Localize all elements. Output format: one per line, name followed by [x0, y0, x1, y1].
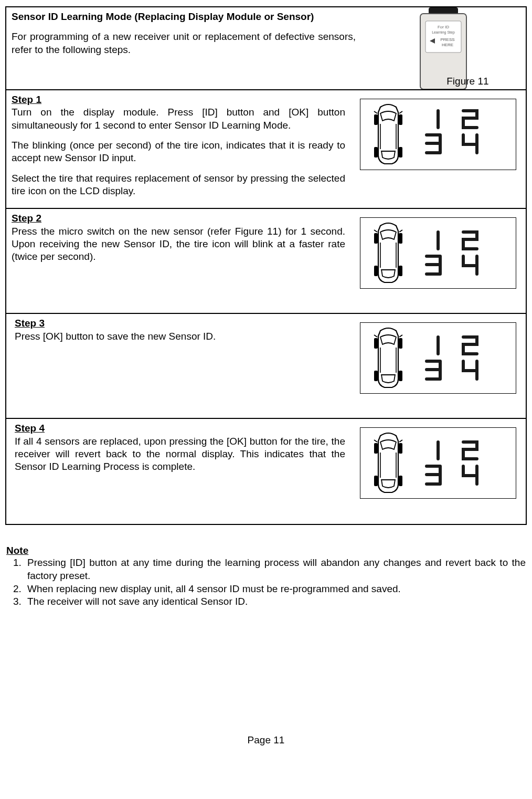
step-1-display	[350, 90, 526, 208]
note-title: Note	[6, 545, 28, 556]
car-icon	[370, 103, 407, 166]
intro-text: Sensor ID Learning Mode (Replacing Displ…	[6, 7, 361, 89]
lcd-digits	[422, 334, 496, 382]
car-icon	[370, 222, 407, 285]
step-4-display	[350, 419, 526, 524]
step-4-para-1: If all 4 sensors are replaced, upon pres…	[15, 436, 345, 472]
step-1-para-3: Select the tire that requires replacemen…	[12, 172, 345, 198]
figure-11-cell: Figure 11	[361, 7, 526, 89]
car-icon	[370, 432, 407, 495]
lcd-digits	[422, 108, 496, 161]
step-1-title: Step 1	[12, 94, 41, 105]
lcd-display	[360, 427, 516, 499]
step-4-title: Step 4	[15, 423, 45, 434]
note-list: Pressing [ID] button at any time during …	[6, 556, 526, 608]
step-3-display	[350, 314, 526, 418]
step-1-para-2: The blinking (once per second) of the ti…	[12, 139, 345, 165]
step-2-title: Step 2	[12, 213, 41, 224]
step-2-row: Step 2 Press the micro switch on the new…	[6, 209, 526, 314]
step-3-para-1: Press [OK] button to save the new Sensor…	[15, 331, 216, 342]
note-item-3: The receiver will not save any identical…	[24, 595, 526, 608]
step-3-text: Step 3 Press [OK] button to save the new…	[6, 314, 350, 418]
section-title: Sensor ID Learning Mode (Replacing Displ…	[12, 10, 356, 23]
lcd-display	[360, 99, 516, 170]
step-3-row: Step 3 Press [OK] button to save the new…	[6, 314, 526, 419]
lcd-display	[360, 322, 516, 394]
page-number: Page 11	[5, 734, 527, 746]
intro-paragraph: For programming of a new receiver unit o…	[12, 30, 356, 56]
step-2-para-1: Press the micro switch on the new sensor…	[12, 226, 345, 262]
lcd-digits	[422, 229, 496, 277]
note-item-1: Pressing [ID] button at any time during …	[24, 556, 526, 582]
car-icon	[370, 327, 407, 390]
step-1-row: Step 1 Turn on the display module. Press…	[6, 90, 526, 209]
step-2-display	[350, 209, 526, 313]
lcd-digits	[422, 439, 496, 487]
step-4-row: Step 4 If all 4 sensors are replaced, up…	[6, 419, 526, 524]
intro-row: Sensor ID Learning Mode (Replacing Displ…	[6, 7, 526, 90]
figure-caption: Figure 11	[446, 76, 488, 87]
notes-section: Note Pressing [ID] button at any time du…	[5, 545, 527, 608]
note-item-2: When replacing new display unit, all 4 s…	[24, 583, 526, 596]
step-1-para-1: Turn on the display module. Press [ID] b…	[12, 107, 345, 130]
step-2-text: Step 2 Press the micro switch on the new…	[6, 209, 350, 313]
step-3-title: Step 3	[15, 318, 45, 329]
lcd-display	[360, 217, 516, 289]
step-4-text: Step 4 If all 4 sensors are replaced, up…	[6, 419, 350, 524]
instructions-table: Sensor ID Learning Mode (Replacing Displ…	[5, 6, 527, 525]
step-1-text: Step 1 Turn on the display module. Press…	[6, 90, 350, 208]
